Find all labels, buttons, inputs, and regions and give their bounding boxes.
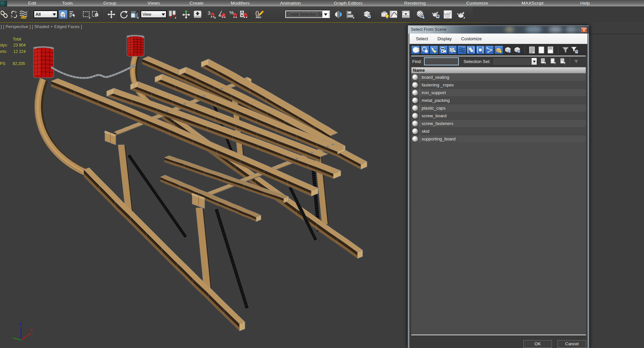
dialog-menu-select[interactable]: Select bbox=[410, 36, 433, 41]
combo-arrow-icon[interactable] bbox=[532, 58, 537, 65]
display-groups-icon[interactable] bbox=[467, 46, 475, 54]
near-rear-brace bbox=[214, 209, 249, 309]
screw-junction-mark bbox=[330, 143, 335, 146]
find-input[interactable] bbox=[424, 57, 459, 65]
rendered-frame-window-icon[interactable] bbox=[443, 10, 452, 19]
combo-arrow-icon[interactable] bbox=[322, 11, 329, 17]
select-and-link-icon[interactable] bbox=[0, 10, 9, 19]
combo-arrow-icon[interactable] bbox=[161, 11, 166, 17]
display-geometry-icon[interactable] bbox=[411, 46, 420, 54]
display-bones-icon[interactable] bbox=[485, 46, 494, 54]
material-editor-icon[interactable] bbox=[416, 10, 425, 19]
menu-customize[interactable]: Customize bbox=[466, 0, 488, 6]
name-column-header[interactable]: Name △ bbox=[411, 67, 586, 73]
add-to-set-icon[interactable] bbox=[550, 58, 557, 65]
select-and-manipulate-icon[interactable] bbox=[182, 10, 191, 19]
display-space-warps-icon[interactable] bbox=[458, 46, 466, 54]
display-hidden-objects-icon[interactable] bbox=[513, 46, 522, 54]
display-inverted-icon[interactable] bbox=[546, 46, 555, 54]
dialog-menu-customize[interactable]: Customize bbox=[457, 36, 486, 41]
unlink-selection-icon[interactable] bbox=[10, 10, 18, 19]
menu-edit[interactable]: Edit bbox=[28, 0, 36, 6]
menu-graph-editors[interactable]: Graph Editors bbox=[334, 0, 363, 6]
edit-named-selection-sets-icon[interactable]: {}ABC bbox=[255, 10, 264, 19]
menu-animation[interactable]: Animation bbox=[280, 0, 301, 6]
percent-snap-toggle-icon[interactable]: % bbox=[229, 10, 238, 19]
spinner-snap-toggle-icon[interactable] bbox=[239, 10, 248, 19]
select-whole-set-icon[interactable] bbox=[540, 58, 547, 65]
near-plastic-cap bbox=[34, 46, 54, 78]
subtract-from-set-icon[interactable] bbox=[560, 58, 567, 65]
toolbar-separator bbox=[357, 10, 358, 19]
selection-set-combo[interactable] bbox=[492, 57, 537, 65]
selection-filter-funnel-icon[interactable] bbox=[561, 46, 570, 54]
display-frozen-objects-icon[interactable] bbox=[503, 46, 512, 54]
keyboard-shortcut-override-icon[interactable] bbox=[193, 10, 202, 19]
list-item[interactable]: board_seating bbox=[411, 73, 586, 81]
list-item[interactable]: plastic_caps bbox=[411, 104, 586, 112]
menu-create[interactable]: Create bbox=[190, 0, 204, 6]
manage-layers-icon[interactable] bbox=[363, 10, 372, 19]
list-item[interactable]: skid bbox=[411, 127, 586, 135]
menu-group[interactable]: Group bbox=[103, 0, 116, 6]
geometry-sphere-icon bbox=[412, 121, 418, 126]
display-lights-icon[interactable] bbox=[430, 46, 438, 54]
angle-snap-toggle-icon[interactable] bbox=[218, 10, 226, 19]
ok-button[interactable]: OK bbox=[523, 340, 552, 348]
display-cameras-icon[interactable] bbox=[439, 46, 448, 54]
reference-coordinate-system-combo[interactable]: View bbox=[141, 10, 167, 18]
select-from-scene-dialog: Select From Scene x Select Display Custo… bbox=[408, 25, 589, 348]
menu-maxscript[interactable]: MAXScript bbox=[522, 0, 544, 6]
selection-filter-combo[interactable]: All bbox=[34, 10, 58, 18]
toolbar-separator bbox=[204, 10, 205, 19]
schematic-view-icon[interactable] bbox=[401, 10, 410, 19]
filter-combo-icon[interactable] bbox=[573, 58, 579, 64]
render-setup-icon[interactable] bbox=[432, 10, 440, 19]
display-xrefs-icon[interactable] bbox=[476, 46, 485, 54]
graphite-modeling-tools-icon[interactable] bbox=[381, 10, 389, 19]
named-selection-sets-combo[interactable]: Create Selection Se bbox=[285, 10, 330, 18]
menu-tools[interactable]: Tools bbox=[62, 0, 73, 6]
dialog-menu-display[interactable]: Display bbox=[433, 36, 457, 41]
display-helpers-icon[interactable] bbox=[448, 46, 457, 54]
display-containers-icon[interactable] bbox=[494, 46, 503, 54]
dialog-titlebar[interactable]: Select From Scene x bbox=[408, 25, 589, 34]
select-and-move-icon[interactable] bbox=[107, 10, 116, 19]
menu-views[interactable]: Views bbox=[148, 0, 160, 6]
menu-rendering[interactable]: Rendering bbox=[404, 0, 426, 6]
use-pivot-point-center-icon[interactable] bbox=[168, 10, 176, 19]
toolbar-separator bbox=[30, 10, 31, 19]
combination-filter-icon[interactable] bbox=[570, 46, 579, 54]
combo-arrow-icon[interactable] bbox=[52, 11, 57, 17]
select-object-icon[interactable] bbox=[59, 10, 67, 19]
menu-modifiers[interactable]: Modifiers bbox=[231, 0, 250, 6]
list-item[interactable]: fastening _ropes bbox=[411, 81, 586, 89]
display-none-icon[interactable] bbox=[537, 46, 546, 54]
3dsmax-logo-icon[interactable] bbox=[0, 1, 7, 6]
select-by-name-icon[interactable] bbox=[68, 10, 77, 19]
toolbar-separator bbox=[427, 10, 428, 19]
list-item[interactable]: screw_board bbox=[411, 112, 586, 120]
cancel-button[interactable]: Cancel bbox=[557, 340, 587, 348]
display-all-icon[interactable] bbox=[528, 46, 536, 54]
bind-to-space-warp-icon[interactable] bbox=[19, 10, 28, 19]
list-item[interactable]: screw_fasteners bbox=[411, 120, 586, 127]
list-item[interactable]: metal_packing bbox=[411, 97, 586, 104]
snaps-toggle-icon[interactable]: 3 bbox=[207, 10, 216, 19]
display-shapes-icon[interactable] bbox=[421, 46, 429, 54]
render-production-icon[interactable] bbox=[457, 10, 465, 19]
toolbar-separator bbox=[250, 10, 251, 19]
sort-ascending-icon[interactable]: △ bbox=[581, 68, 584, 72]
list-item[interactable]: iron_support bbox=[411, 89, 586, 97]
menu-help[interactable]: Help bbox=[580, 0, 590, 6]
rectangular-selection-region-icon[interactable] bbox=[82, 10, 91, 19]
curve-editor-icon[interactable] bbox=[389, 10, 398, 19]
close-icon[interactable]: x bbox=[581, 27, 587, 33]
select-and-scale-icon[interactable] bbox=[130, 10, 139, 19]
window-crossing-toggle-icon[interactable] bbox=[91, 10, 100, 19]
list-item[interactable]: supporting_board bbox=[411, 135, 586, 143]
select-and-rotate-icon[interactable] bbox=[119, 10, 128, 19]
dialog-toolbar bbox=[410, 44, 587, 56]
align-icon[interactable] bbox=[346, 10, 355, 19]
mirror-icon[interactable] bbox=[334, 10, 343, 19]
